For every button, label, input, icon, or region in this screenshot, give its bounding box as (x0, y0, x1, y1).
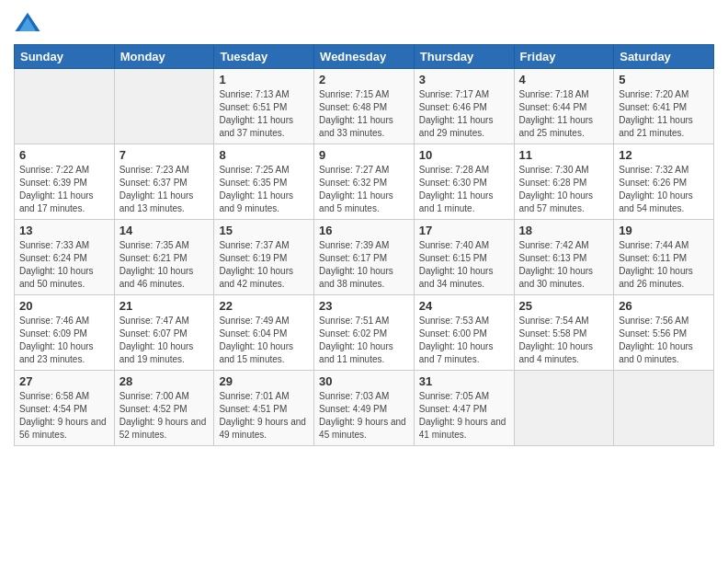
day-number: 20 (19, 299, 109, 313)
day-info: Sunrise: 7:40 AM Sunset: 6:15 PM Dayligh… (419, 239, 509, 291)
day-info: Sunrise: 7:53 AM Sunset: 6:00 PM Dayligh… (419, 315, 509, 366)
day-number: 25 (519, 299, 609, 313)
day-number: 4 (519, 73, 609, 86)
weekday-header-saturday: Saturday (614, 45, 714, 69)
day-number: 6 (19, 148, 109, 162)
day-info: Sunrise: 7:13 AM Sunset: 6:51 PM Dayligh… (219, 88, 309, 140)
day-info: Sunrise: 7:05 AM Sunset: 4:47 PM Dayligh… (419, 390, 509, 442)
calendar-cell: 13Sunrise: 7:33 AM Sunset: 6:24 PM Dayli… (15, 220, 115, 295)
calendar-cell: 14Sunrise: 7:35 AM Sunset: 6:21 PM Dayli… (114, 220, 214, 295)
day-info: Sunrise: 6:58 AM Sunset: 4:54 PM Dayligh… (19, 390, 109, 442)
calendar-cell: 30Sunrise: 7:03 AM Sunset: 4:49 PM Dayli… (314, 371, 415, 446)
calendar-cell: 26Sunrise: 7:56 AM Sunset: 5:56 PM Dayli… (614, 295, 714, 371)
day-info: Sunrise: 7:47 AM Sunset: 6:07 PM Dayligh… (119, 315, 210, 366)
day-number: 24 (419, 299, 509, 313)
day-info: Sunrise: 7:30 AM Sunset: 6:28 PM Dayligh… (519, 164, 609, 215)
calendar-cell: 25Sunrise: 7:54 AM Sunset: 5:58 PM Dayli… (514, 295, 614, 371)
calendar-cell: 20Sunrise: 7:46 AM Sunset: 6:09 PM Dayli… (15, 295, 115, 371)
day-info: Sunrise: 7:17 AM Sunset: 6:46 PM Dayligh… (419, 88, 509, 140)
day-number: 2 (319, 73, 409, 86)
weekday-header-wednesday: Wednesday (314, 45, 415, 69)
calendar-cell: 19Sunrise: 7:44 AM Sunset: 6:11 PM Dayli… (614, 220, 714, 295)
day-number: 23 (319, 299, 409, 313)
page-header (14, 9, 714, 37)
calendar-cell: 27Sunrise: 6:58 AM Sunset: 4:54 PM Dayli… (15, 371, 115, 446)
day-info: Sunrise: 7:49 AM Sunset: 6:04 PM Dayligh… (219, 315, 309, 366)
day-number: 27 (19, 374, 109, 388)
calendar-cell: 5Sunrise: 7:20 AM Sunset: 6:41 PM Daylig… (614, 69, 714, 144)
calendar-cell: 11Sunrise: 7:30 AM Sunset: 6:28 PM Dayli… (514, 144, 614, 220)
calendar-cell: 24Sunrise: 7:53 AM Sunset: 6:00 PM Dayli… (414, 295, 514, 371)
day-number: 26 (619, 299, 709, 313)
day-number: 31 (419, 374, 509, 388)
day-number: 30 (319, 374, 409, 388)
day-number: 8 (219, 148, 309, 162)
day-number: 13 (19, 224, 109, 237)
day-info: Sunrise: 7:01 AM Sunset: 4:51 PM Dayligh… (219, 390, 309, 442)
calendar-cell: 21Sunrise: 7:47 AM Sunset: 6:07 PM Dayli… (114, 295, 214, 371)
calendar-cell: 16Sunrise: 7:39 AM Sunset: 6:17 PM Dayli… (314, 220, 415, 295)
day-info: Sunrise: 7:32 AM Sunset: 6:26 PM Dayligh… (619, 164, 709, 215)
calendar-cell: 7Sunrise: 7:23 AM Sunset: 6:37 PM Daylig… (114, 144, 214, 220)
day-number: 28 (119, 374, 210, 388)
day-info: Sunrise: 7:37 AM Sunset: 6:19 PM Dayligh… (219, 239, 309, 291)
calendar-cell: 18Sunrise: 7:42 AM Sunset: 6:13 PM Dayli… (514, 220, 614, 295)
calendar-cell: 29Sunrise: 7:01 AM Sunset: 4:51 PM Dayli… (214, 371, 314, 446)
calendar-cell: 17Sunrise: 7:40 AM Sunset: 6:15 PM Dayli… (414, 220, 514, 295)
day-info: Sunrise: 7:54 AM Sunset: 5:58 PM Dayligh… (519, 315, 609, 366)
day-info: Sunrise: 7:39 AM Sunset: 6:17 PM Dayligh… (319, 239, 409, 291)
day-info: Sunrise: 7:00 AM Sunset: 4:52 PM Dayligh… (119, 390, 210, 442)
calendar-cell (514, 371, 614, 446)
weekday-header-monday: Monday (114, 45, 214, 69)
day-number: 22 (219, 299, 309, 313)
day-info: Sunrise: 7:51 AM Sunset: 6:02 PM Dayligh… (319, 315, 409, 366)
logo-icon (14, 9, 41, 37)
day-info: Sunrise: 7:42 AM Sunset: 6:13 PM Dayligh… (519, 239, 609, 291)
day-info: Sunrise: 7:46 AM Sunset: 6:09 PM Dayligh… (19, 315, 109, 366)
day-number: 10 (419, 148, 509, 162)
day-info: Sunrise: 7:44 AM Sunset: 6:11 PM Dayligh… (619, 239, 709, 291)
calendar-cell: 28Sunrise: 7:00 AM Sunset: 4:52 PM Dayli… (114, 371, 214, 446)
day-number: 5 (619, 73, 709, 86)
day-info: Sunrise: 7:22 AM Sunset: 6:39 PM Dayligh… (19, 164, 109, 215)
calendar-cell: 12Sunrise: 7:32 AM Sunset: 6:26 PM Dayli… (614, 144, 714, 220)
day-number: 21 (119, 299, 210, 313)
calendar-cell (114, 69, 214, 144)
weekday-header-thursday: Thursday (414, 45, 514, 69)
calendar-cell: 8Sunrise: 7:25 AM Sunset: 6:35 PM Daylig… (214, 144, 314, 220)
day-info: Sunrise: 7:15 AM Sunset: 6:48 PM Dayligh… (319, 88, 409, 140)
day-info: Sunrise: 7:27 AM Sunset: 6:32 PM Dayligh… (319, 164, 409, 215)
day-number: 11 (519, 148, 609, 162)
day-info: Sunrise: 7:23 AM Sunset: 6:37 PM Dayligh… (119, 164, 210, 215)
weekday-header-tuesday: Tuesday (214, 45, 314, 69)
day-info: Sunrise: 7:35 AM Sunset: 6:21 PM Dayligh… (119, 239, 210, 291)
day-number: 12 (619, 148, 709, 162)
day-number: 15 (219, 224, 309, 237)
calendar-cell (614, 371, 714, 446)
calendar-cell: 31Sunrise: 7:05 AM Sunset: 4:47 PM Dayli… (414, 371, 514, 446)
day-info: Sunrise: 7:28 AM Sunset: 6:30 PM Dayligh… (419, 164, 509, 215)
calendar-cell: 2Sunrise: 7:15 AM Sunset: 6:48 PM Daylig… (314, 69, 415, 144)
day-number: 9 (319, 148, 409, 162)
day-number: 18 (519, 224, 609, 237)
day-number: 3 (419, 73, 509, 86)
calendar-cell: 9Sunrise: 7:27 AM Sunset: 6:32 PM Daylig… (314, 144, 415, 220)
day-number: 14 (119, 224, 210, 237)
day-info: Sunrise: 7:18 AM Sunset: 6:44 PM Dayligh… (519, 88, 609, 140)
day-number: 7 (119, 148, 210, 162)
calendar-cell: 22Sunrise: 7:49 AM Sunset: 6:04 PM Dayli… (214, 295, 314, 371)
day-number: 1 (219, 73, 309, 86)
calendar-cell: 6Sunrise: 7:22 AM Sunset: 6:39 PM Daylig… (15, 144, 115, 220)
day-number: 16 (319, 224, 409, 237)
logo (14, 9, 45, 37)
weekday-header-friday: Friday (514, 45, 614, 69)
day-info: Sunrise: 7:33 AM Sunset: 6:24 PM Dayligh… (19, 239, 109, 291)
calendar-cell: 4Sunrise: 7:18 AM Sunset: 6:44 PM Daylig… (514, 69, 614, 144)
calendar-cell: 10Sunrise: 7:28 AM Sunset: 6:30 PM Dayli… (414, 144, 514, 220)
day-info: Sunrise: 7:25 AM Sunset: 6:35 PM Dayligh… (219, 164, 309, 215)
day-info: Sunrise: 7:03 AM Sunset: 4:49 PM Dayligh… (319, 390, 409, 442)
calendar-cell (15, 69, 115, 144)
calendar-cell: 23Sunrise: 7:51 AM Sunset: 6:02 PM Dayli… (314, 295, 415, 371)
day-number: 17 (419, 224, 509, 237)
day-info: Sunrise: 7:20 AM Sunset: 6:41 PM Dayligh… (619, 88, 709, 140)
